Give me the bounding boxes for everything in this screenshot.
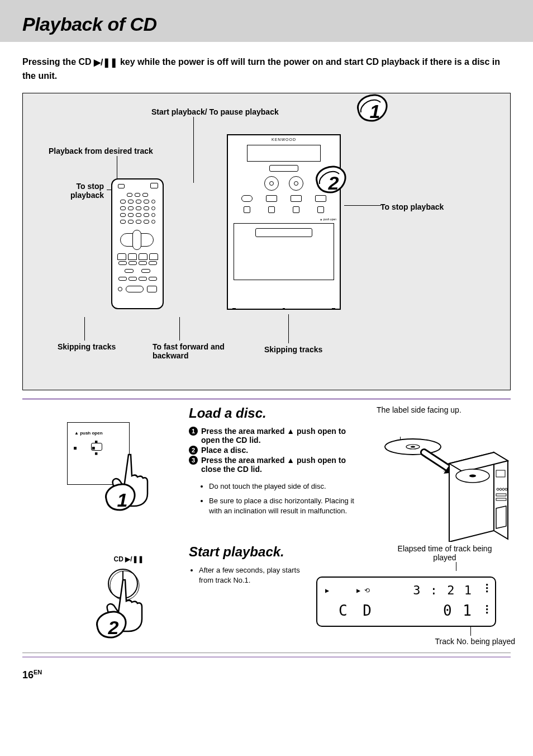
step2-heading: Start playback.	[189, 544, 306, 560]
push-open-small-label: push open	[74, 431, 103, 436]
footer-rule-thin	[22, 653, 511, 653]
label-stop-left: To stop playback	[59, 182, 104, 200]
step-1: push open ▪ ▪ ▪▪ 1 Load a disc. 1Press t…	[0, 400, 533, 542]
label-skip-left: Skipping tracks	[58, 342, 116, 351]
label-stop-right: To stop playback	[380, 202, 444, 211]
step2-note-1: After a few seconds, play starts from tr…	[199, 565, 306, 585]
play-icon: ▶	[325, 587, 329, 594]
svg-point-2	[411, 446, 415, 448]
callout-one: 1	[360, 97, 389, 126]
lcd-dots-2: ▪▪▪	[486, 604, 488, 615]
step2-callout: 2	[99, 613, 128, 642]
controls-diagram: Start playback/ To pause playback Playba…	[22, 93, 511, 390]
disc-into-unit-figure	[371, 430, 511, 542]
page-title: Playback of CD	[22, 13, 511, 35]
label-from-track: Playback from desired track	[49, 147, 153, 155]
unit-illustration: KENWOOD push open	[227, 134, 341, 310]
step2-notes: After a few seconds, play starts from tr…	[189, 565, 306, 585]
brand-label: KENWOOD	[228, 138, 340, 141]
step1-notes: Do not touch the played side of disc. Be…	[194, 481, 361, 517]
substep-num-2: 2	[189, 446, 198, 455]
intro-text: Pressing the CD ▶/❚❚ key while the power…	[0, 42, 533, 87]
play-pause-icon: ▶/❚❚	[94, 58, 117, 67]
remote-illustration	[111, 178, 164, 309]
lcd-display: ▶ ▶ ⟲ 3 : 2 1 ▪▪▪ C D 0 1 ▪▪▪	[316, 577, 496, 627]
lcd-track: 0 1	[443, 602, 473, 619]
intro-pre: Pressing the CD	[22, 57, 94, 67]
push-open-label: push open	[228, 218, 340, 221]
lcd-dots-1: ▪▪▪	[486, 583, 488, 593]
substep-2: Place a disc.	[201, 446, 248, 455]
lcd-mode: C D	[339, 602, 375, 619]
substep-3: Press the area marked ▲ push open to clo…	[201, 456, 361, 474]
lcd-time: 3 : 2 1	[413, 583, 473, 597]
page-footer: 16EN	[0, 658, 533, 692]
step-2: CD ▶/❚❚ 2 Start playback. After a few se…	[0, 542, 533, 646]
page-number: 16	[22, 669, 34, 681]
track-no-label: Track No. being played	[316, 637, 515, 646]
substep-1: Press the area marked ▲ push open to ope…	[201, 427, 361, 445]
substep-num-3: 3	[189, 456, 198, 465]
label-side-up: The label side facing up.	[377, 405, 511, 414]
repeat-icon: ▶ ⟲	[356, 587, 370, 594]
step1-note-1: Do not touch the played side of disc.	[209, 481, 361, 492]
label-ffrw: To fast forward and backward	[153, 342, 231, 360]
label-skip-right: Skipping tracks	[264, 345, 322, 354]
step1-note-2: Be sure to place a disc horizontally. Pl…	[209, 496, 361, 516]
substep-num-1: 1	[189, 427, 198, 436]
step1-callout: 1	[108, 485, 137, 514]
svg-point-5	[469, 475, 476, 478]
callout-two: 2	[319, 168, 348, 197]
step1-heading: Load a disc.	[189, 405, 361, 421]
elapsed-label: Elapsed time of track being played	[394, 544, 495, 562]
label-start-pause: Start playback/ To pause playback	[151, 107, 279, 116]
cd-button-label: CD ▶/❚❚	[78, 555, 179, 563]
page-lang: EN	[34, 669, 42, 675]
